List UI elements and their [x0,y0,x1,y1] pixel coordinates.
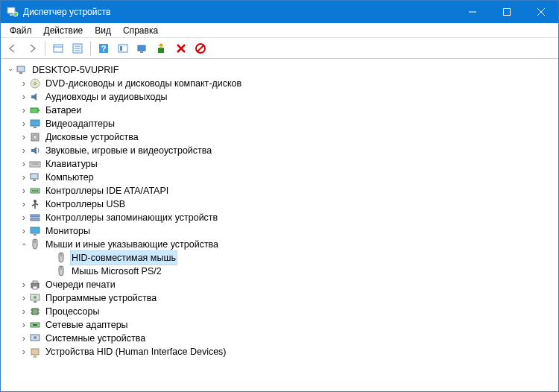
properties-button[interactable] [69,39,86,57]
storage-icon [29,212,41,224]
expand-arrow-icon[interactable] [19,291,29,306]
tree-node[interactable]: DVD-дисководы и дисководы компакт-дисков [4,77,555,90]
tree-node[interactable]: Устройства HID (Human Interface Devices) [4,345,555,358]
tree-node[interactable]: Дисковые устройства [4,130,555,144]
cd-icon [29,78,41,89]
tree-node[interactable]: Клавиатуры [4,157,555,171]
tree-root[interactable]: DESKTOP-5VUPRIF [4,63,555,77]
svg-rect-25 [19,72,22,74]
node-label: Клавиатуры [44,157,99,171]
node-label: Программные устройства [44,291,158,305]
expand-arrow-icon[interactable] [19,318,29,332]
network-icon [29,319,41,331]
tree-node[interactable]: Контроллеры запоминающих устройств [4,211,555,224]
node-label: Компьютер [44,171,95,184]
svg-rect-56 [33,286,37,289]
node-label: Батареи [44,104,83,117]
scan-hardware-button[interactable] [133,39,151,57]
toolbar-separator [45,41,45,56]
minimize-button[interactable] [455,1,490,23]
menu-action[interactable]: Действие [38,24,89,37]
svg-rect-24 [17,66,25,72]
svg-rect-58 [34,301,37,303]
tree-child-node[interactable]: Мышь Microsoft PS/2 [4,265,555,278]
disable-button[interactable] [192,39,209,57]
svg-rect-37 [31,174,38,179]
expand-arrow-icon[interactable] [19,345,29,359]
monitor-icon [29,225,41,237]
action-button[interactable] [114,39,132,57]
expand-arrow-icon[interactable] [19,90,29,104]
menu-view[interactable]: Вид [89,24,117,37]
tree-node[interactable]: Сетевые адаптеры [4,318,555,332]
tree-node[interactable]: Контроллеры IDE ATA/ATAPI [4,184,555,197]
tree-node[interactable]: Компьютер [4,171,555,184]
node-label: Мониторы [44,224,92,238]
node-label: Видеоадаптеры [44,117,116,130]
tree-node[interactable]: Программные устройства [4,291,555,305]
expand-arrow-icon[interactable] [19,157,29,171]
svg-rect-31 [34,127,37,128]
expand-arrow-icon[interactable] [19,238,29,251]
close-button[interactable] [524,1,558,23]
expand-arrow-icon[interactable] [19,278,29,292]
node-label: Очереди печати [44,278,117,291]
tree-node[interactable]: Очереди печати [4,278,555,291]
svg-point-41 [34,190,36,192]
app-icon [7,6,19,18]
menu-file[interactable]: Файл [4,24,38,37]
expand-arrow-icon[interactable] [19,104,29,118]
help-button[interactable]: ? [95,39,113,57]
computer-icon [16,64,28,76]
svg-rect-55 [33,281,37,283]
node-label: Дисковые устройства [44,130,140,144]
svg-rect-16 [120,46,122,51]
expand-arrow-icon[interactable] [5,63,16,77]
svg-rect-50 [34,234,37,235]
expand-arrow-icon[interactable] [19,332,29,346]
expand-arrow-icon[interactable] [19,197,29,212]
mouse-icon [29,238,41,250]
svg-rect-30 [31,120,40,126]
tree-node[interactable]: Звуковые, игровые и видеоустройства [4,144,555,157]
svg-point-2 [13,12,18,16]
computer-icon [29,171,41,183]
tree-node[interactable]: Мониторы [4,224,555,238]
expand-arrow-icon[interactable] [19,171,29,185]
expand-arrow-icon[interactable] [19,117,29,131]
expand-arrow-icon[interactable] [19,144,29,158]
expand-arrow-icon[interactable] [19,77,29,91]
show-hidden-button[interactable] [49,39,67,57]
node-label: Звуковые, игровые и видеоустройства [44,144,213,157]
uninstall-button[interactable] [172,39,190,57]
forward-button[interactable] [23,39,41,57]
expand-arrow-icon[interactable] [19,130,29,145]
usb-icon [29,198,41,210]
tree-node[interactable]: Процессоры [4,305,555,318]
tree-node[interactable]: Системные устройства [4,332,555,345]
expand-arrow-icon[interactable] [19,211,29,225]
tree-node[interactable]: Видеоадаптеры [4,117,555,130]
node-label: Контроллеры USB [44,197,127,211]
update-driver-button[interactable] [153,39,171,57]
expand-arrow-icon[interactable] [19,305,29,319]
tree-node[interactable]: Аудиовходы и аудиовыходы [4,90,555,104]
svg-rect-69 [31,349,39,355]
tree-node[interactable]: Контроллеры USB [4,197,555,211]
svg-point-27 [34,83,37,85]
node-label: Аудиовходы и аудиовыходы [44,90,168,104]
menu-help[interactable]: Справка [117,24,164,37]
back-button[interactable] [4,39,22,57]
mouse-icon [55,265,67,277]
node-label: Процессоры [44,305,101,318]
expand-arrow-icon[interactable] [19,184,29,198]
hid-icon [29,346,41,358]
mouse-icon [55,252,67,264]
toolbar: ? [1,38,558,59]
tree-node[interactable]: Батареи [4,104,555,117]
tree-child-node[interactable]: HID-совместимая мышь [4,251,555,265]
device-tree[interactable]: DESKTOP-5VUPRIF DVD-дисководы и дисковод… [1,59,558,391]
tree-node[interactable]: Мыши и иные указывающие устройства [4,238,555,251]
maximize-button[interactable] [490,1,524,23]
svg-rect-47 [31,215,40,217]
